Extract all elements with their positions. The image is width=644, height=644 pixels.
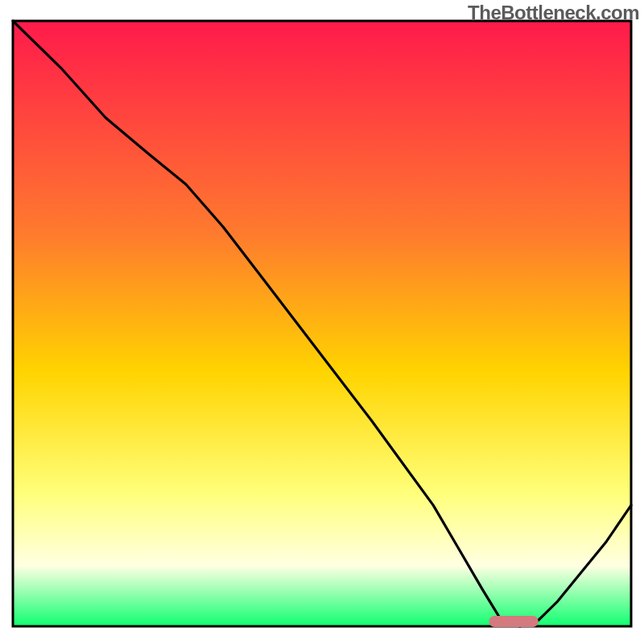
- plot-area: [13, 21, 631, 626]
- chart-canvas: [0, 0, 644, 644]
- gradient-background: [13, 21, 631, 626]
- chart-bottleneck: TheBottleneck.com: [0, 0, 644, 644]
- watermark-text: TheBottleneck.com: [468, 2, 639, 24]
- optimum-marker: [489, 616, 538, 627]
